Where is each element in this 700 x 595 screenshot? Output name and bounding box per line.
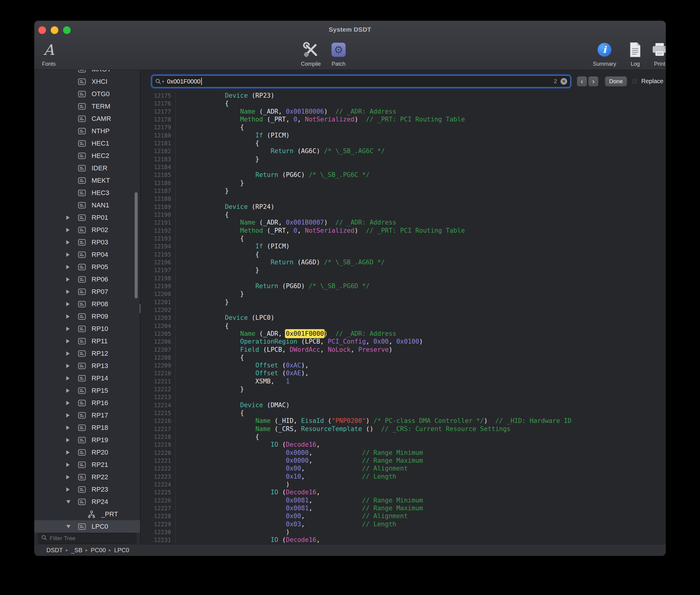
disclosure-collapsed-icon[interactable]: [66, 327, 69, 331]
disclosure-collapsed-icon[interactable]: [66, 475, 69, 479]
disclosure-collapsed-icon[interactable]: [66, 364, 69, 368]
tree-item-rp10[interactable]: RP10: [34, 322, 140, 335]
disclosure-collapsed-icon[interactable]: [66, 351, 69, 356]
code-line[interactable]: 12183 }: [141, 155, 666, 163]
disclosure-collapsed-icon[interactable]: [66, 253, 69, 257]
code-line[interactable]: 12226 0x0081, // Range Minimum: [141, 497, 666, 504]
code-line[interactable]: 12219 IO (Decode16,: [141, 441, 666, 449]
code-line[interactable]: 12201 }: [141, 298, 666, 306]
filter-tree-input[interactable]: Filter Tree: [38, 533, 136, 544]
code-line[interactable]: 12189 Device (RP24): [141, 203, 666, 211]
tree-item-nan1[interactable]: NAN1: [34, 199, 140, 211]
code-line[interactable]: 12185 Return (PG6C) /* \_SB_.PG6C */: [141, 171, 666, 179]
tree-item-rp07[interactable]: RP07: [34, 285, 140, 298]
code-line[interactable]: 12223 0x10, // Length: [141, 473, 666, 480]
code-line[interactable]: 12210 Offset (0xAE),: [141, 369, 666, 377]
code-line[interactable]: 12200 }: [141, 290, 666, 298]
code-line[interactable]: 12206 OperationRegion (LPCB, PCI_Config,…: [141, 338, 666, 345]
replace-checkbox[interactable]: [631, 78, 638, 85]
code-line[interactable]: 12207 Field (LPCB, DWordAcc, NoLock, Pre…: [141, 346, 666, 353]
tree-item-rp18[interactable]: RP18: [34, 421, 140, 434]
find-next-button[interactable]: ›: [588, 76, 599, 86]
tree-item-rp09[interactable]: RP09: [34, 310, 140, 322]
code-line[interactable]: 12195 {: [141, 251, 666, 258]
tree-item-lpc0[interactable]: LPC0: [34, 520, 140, 533]
replace-label[interactable]: Replace: [641, 78, 663, 85]
disclosure-collapsed-icon[interactable]: [66, 463, 69, 467]
tree-item-rp14[interactable]: RP14: [34, 372, 140, 384]
code-line[interactable]: 12199 Return (PG6D) /* \_SB_.PG6D */: [141, 282, 666, 290]
code-line[interactable]: 12179 {: [141, 123, 666, 131]
tree-item-rp24[interactable]: RP24: [34, 495, 140, 508]
tree-item-rp01[interactable]: RP01: [34, 211, 140, 224]
toolbar-print-button[interactable]: Print: [645, 38, 666, 67]
disclosure-collapsed-icon[interactable]: [66, 413, 69, 418]
search-input[interactable]: ▾ 0x001F0000 2 ✕: [152, 75, 571, 87]
breadcrumb-item-sb[interactable]: _SB: [71, 547, 83, 554]
code-line[interactable]: 12227 0x0081, // Range Maximum: [141, 504, 666, 512]
tree-item-rp13[interactable]: RP13: [34, 360, 140, 372]
disclosure-expanded-icon[interactable]: [66, 500, 70, 503]
toolbar-summary-button[interactable]: i Summary: [590, 38, 619, 67]
disclosure-collapsed-icon[interactable]: [66, 487, 69, 491]
disclosure-collapsed-icon[interactable]: [66, 401, 69, 405]
code-line[interactable]: 12187 }: [141, 187, 666, 195]
tree-item-rp16[interactable]: RP16: [34, 397, 140, 409]
tree-item-rp11[interactable]: RP11: [34, 335, 140, 347]
code-line[interactable]: 12208 {: [141, 353, 666, 361]
code-line[interactable]: 12212 }: [141, 385, 666, 393]
tree-item-rp04[interactable]: RP04: [34, 248, 140, 261]
tree-item-_prt[interactable]: _PRT: [34, 508, 140, 520]
tree-item-ider[interactable]: IDER: [34, 162, 140, 174]
code-line[interactable]: 12222 0x00, // Alignment: [141, 464, 666, 472]
disclosure-collapsed-icon[interactable]: [66, 314, 69, 319]
disclosure-collapsed-icon[interactable]: [66, 228, 69, 232]
disclosure-collapsed-icon[interactable]: [66, 302, 69, 306]
code-editor-pane[interactable]: ▾ 0x001F0000 2 ✕ ‹ › Done Replace 12175 …: [141, 70, 666, 544]
tree-item-rp23[interactable]: RP23: [34, 483, 140, 495]
code-line[interactable]: 12214 Device (DMAC): [141, 401, 666, 409]
tree-item-hec1[interactable]: HEC1: [34, 137, 140, 149]
tree-item-xhci[interactable]: XHCI: [34, 75, 140, 88]
disclosure-collapsed-icon[interactable]: [66, 265, 69, 269]
breadcrumb-item-pc00[interactable]: PC00: [91, 547, 106, 554]
tree-item-rp02[interactable]: RP02: [34, 224, 140, 236]
done-button[interactable]: Done: [605, 76, 627, 86]
code-line[interactable]: 12182 Return (AG6C) /* \_SB_.AG6C */: [141, 147, 666, 155]
tree-item-rp21[interactable]: RP21: [34, 458, 140, 471]
code-line[interactable]: 12209 Offset (0xAC),: [141, 361, 666, 369]
disclosure-collapsed-icon[interactable]: [66, 389, 69, 393]
code-line[interactable]: 12198: [141, 274, 666, 282]
code-line[interactable]: 12224 ): [141, 480, 666, 488]
disclosure-collapsed-icon[interactable]: [66, 216, 69, 220]
toolbar-fonts-button[interactable]: A Fonts: [34, 38, 63, 67]
tree-item-nthp[interactable]: NTHP: [34, 125, 140, 137]
disclosure-collapsed-icon[interactable]: [66, 339, 69, 343]
toolbar-compile-button[interactable]: Compile: [296, 38, 325, 67]
tree-item-rp12[interactable]: RP12: [34, 347, 140, 360]
disclosure-collapsed-icon[interactable]: [66, 290, 69, 294]
code-line[interactable]: 12188: [141, 195, 666, 203]
disclosure-collapsed-icon[interactable]: [66, 426, 69, 430]
code-line[interactable]: 12229 0x03, // Length: [141, 520, 666, 528]
code-line[interactable]: 12211 XSMB, 1: [141, 377, 666, 385]
disclosure-collapsed-icon[interactable]: [66, 277, 69, 282]
code-line[interactable]: 12176 {: [141, 100, 666, 107]
code-line[interactable]: 12221 0x0000, // Range Maximum: [141, 457, 666, 464]
tree-item-hec3[interactable]: HEC3: [34, 187, 140, 199]
code-line[interactable]: 12191 Name (_ADR, 0x001B0007) // _ADR: A…: [141, 219, 666, 226]
breadcrumb-item-dsdt[interactable]: DSDT: [47, 547, 63, 554]
sidebar-scrollbar[interactable]: [134, 192, 138, 299]
tree-item-camr[interactable]: CAMR: [34, 112, 140, 125]
code-line[interactable]: 12228 0x00, // Alignment: [141, 512, 666, 520]
clear-search-button[interactable]: ✕: [560, 78, 567, 85]
code-line[interactable]: 12230 ): [141, 528, 666, 536]
code-line[interactable]: 12177 Name (_ADR, 0x001B0006) // _ADR: A…: [141, 108, 666, 115]
tree-item-otg0[interactable]: OTG0: [34, 88, 140, 100]
code-line[interactable]: 12213: [141, 393, 666, 401]
tree-item-rp22[interactable]: RP22: [34, 471, 140, 483]
disclosure-expanded-icon[interactable]: [66, 525, 70, 528]
code-line[interactable]: 12225 IO (Decode16,: [141, 488, 666, 496]
code-line[interactable]: 12218 {: [141, 433, 666, 441]
code-line[interactable]: 12181 {: [141, 139, 666, 147]
